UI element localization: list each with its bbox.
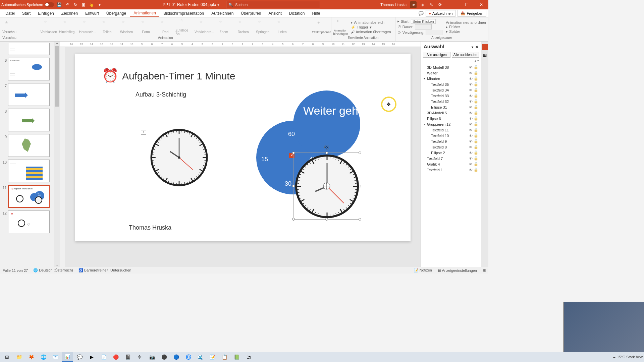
animation-effect[interactable]: ☆Rad — [156, 20, 175, 34]
format-pane-icon[interactable] — [482, 44, 488, 50]
selection-item[interactable]: Textfeld 35👁🔓 — [422, 81, 480, 87]
selection-item[interactable]: 3D-Modell 38👁🔓 — [422, 64, 480, 70]
animation-effect[interactable]: ☆Wischen — [117, 20, 136, 34]
selection-item[interactable]: ▾Gruppieren 12👁🔓 — [422, 121, 480, 127]
animation-pane-button[interactable]: ▸ Animationsbereich — [351, 20, 391, 25]
selection-item[interactable]: Weiter👁🔓 — [422, 70, 480, 76]
accessibility-checker[interactable]: ♿ Barrierefreiheit: Untersuchen — [78, 268, 131, 273]
share-button[interactable]: 📤Freigeben — [458, 10, 486, 17]
selection-item[interactable]: Grafik 4👁🔓 — [422, 161, 480, 167]
minimize-button[interactable]: ─ — [446, 1, 458, 9]
menu-entwurf[interactable]: Entwurf — [82, 10, 102, 17]
hide-all-button[interactable]: Alle ausblenden — [452, 52, 479, 58]
document-title[interactable]: PPT 01 Roter Faden 004.pptx ▾ — [163, 2, 219, 7]
slide-thumb-9[interactable] — [8, 134, 50, 157]
animation-effect[interactable]: ☆Verblassen — [39, 20, 58, 34]
clock-2-selection[interactable]: ⟳ — [293, 153, 360, 220]
pen-icon[interactable]: ✎ — [429, 2, 434, 7]
close-button[interactable]: ✕ — [476, 1, 487, 9]
selection-item[interactable]: Textfeld 10👁🔓 — [422, 133, 480, 138]
move-up-icon[interactable]: ▴ — [475, 59, 476, 62]
start-dropdown[interactable]: Beim Klicken — [411, 19, 436, 24]
touch-icon[interactable]: 👆 — [89, 2, 94, 7]
slide-thumb-11[interactable]: ⏰ Aufgaben-Timer 1 MinuteWeitergeht's — [8, 185, 50, 208]
selection-item[interactable]: 3D-Modell 5👁🔓 — [422, 110, 480, 116]
selection-item[interactable]: Textfeld 9👁🔓 — [422, 138, 480, 144]
notes-button[interactable]: 📝 Notizen — [414, 268, 432, 273]
selection-item[interactable]: Textfeld 8👁🔓 — [422, 144, 480, 150]
menu-bildschirm[interactable]: Bildschirmpräsentation — [160, 10, 207, 17]
save-icon[interactable]: 💾 — [57, 2, 62, 7]
effect-options-button[interactable]: ✦ Effektoptionen — [314, 20, 329, 34]
rotate-handle[interactable]: ⟳ — [324, 145, 329, 149]
autosave-toggle[interactable]: Automatisches Speichern — [1, 2, 54, 7]
animation-effect[interactable]: ☆Drehen — [234, 20, 253, 34]
selection-item[interactable]: Ellipse 6👁🔓 — [422, 116, 480, 121]
user-name[interactable]: Thomas Hruska — [380, 3, 407, 7]
sync-icon[interactable]: ⟳ — [437, 2, 443, 7]
animation-effect[interactable]: ☆Zufällige Ba... — [175, 18, 194, 36]
animation-tag-1[interactable]: 1 — [141, 130, 146, 135]
slide-thumb-10[interactable]: ──────────── — [8, 160, 50, 182]
animation-effect[interactable]: ☆Herausch... — [78, 20, 97, 34]
maximize-button[interactable]: ☐ — [461, 1, 472, 9]
trigger-button[interactable]: ⚡ Trigger ▾ — [351, 25, 391, 29]
menu-ueberpruefen[interactable]: Überprüfen — [237, 10, 264, 17]
animation-effect[interactable]: ☆Form — [137, 20, 155, 34]
present-icon[interactable]: ▣ — [81, 2, 86, 7]
menu-ansicht[interactable]: Ansicht — [265, 10, 285, 17]
normal-view-icon[interactable]: ▦ — [482, 268, 486, 273]
show-all-button[interactable]: Alle anzeigen — [423, 52, 450, 58]
comments-icon[interactable]: 💬 — [419, 11, 424, 16]
selection-item[interactable]: Ellipse 2👁🔓 — [422, 150, 480, 156]
menu-datei[interactable]: Datei — [2, 10, 18, 17]
qat-more-icon[interactable]: ▾ — [97, 2, 102, 7]
slide-thumb-8[interactable] — [8, 109, 50, 131]
duration-input[interactable] — [415, 24, 432, 29]
selection-item[interactable]: Textfeld 34👁🔓 — [422, 87, 480, 93]
animation-painter-button[interactable]: 🖌 Animation übertragen — [351, 30, 391, 34]
slide-thumb-12[interactable]: ⏰ ─────♡ — [8, 210, 50, 233]
animation-effect[interactable]: ☆Teilen — [98, 20, 116, 34]
menu-dictation[interactable]: Dictation — [286, 10, 308, 17]
selection-item[interactable]: Textfeld 1👁🔓 — [422, 167, 480, 173]
slide-canvas[interactable]: ⏰ Aufgaben-Timer 1 Minute Aufbau 3-Schic… — [75, 54, 411, 241]
display-settings-button[interactable]: 🖥 Anzeigeeinstellungen — [437, 268, 477, 273]
clock-1[interactable] — [149, 127, 209, 189]
selection-item[interactable]: Textfeld 33👁🔓 — [422, 93, 480, 99]
move-earlier-button[interactable]: ▴ Früher — [446, 25, 486, 29]
move-down-icon[interactable]: ▾ — [477, 59, 479, 62]
delay-input[interactable] — [426, 30, 442, 35]
animation-effect[interactable]: ☆Verkleinern... — [195, 20, 214, 34]
crown-icon[interactable]: ◈ — [420, 2, 425, 7]
undo-icon[interactable]: ↶ — [65, 2, 70, 7]
selection-close-icon[interactable]: ✕ — [475, 45, 478, 49]
animation-effect[interactable]: ☆Springen — [253, 20, 272, 34]
selection-collapse-icon[interactable]: ▾ — [472, 45, 473, 49]
language-selector[interactable]: 🌐 Deutsch (Österreich) — [33, 268, 73, 273]
move-later-button[interactable]: ▾ Später — [446, 29, 486, 34]
selection-item[interactable]: ▾Minuten👁🔓 — [422, 76, 480, 81]
add-animation-button[interactable]: ✦ Animation hinzufügen — [333, 19, 348, 36]
slide-thumb-7[interactable] — [8, 83, 50, 106]
preview-button[interactable]: ★ Vorschau — [2, 20, 17, 34]
menu-zeichnen[interactable]: Zeichnen — [58, 10, 81, 17]
slide-thumb-6[interactable]: Animationen────────── — [8, 58, 50, 80]
user-avatar[interactable]: TH — [410, 1, 417, 8]
menu-aufzeichnen[interactable]: Aufzeichnen — [208, 10, 237, 17]
record-button[interactable]: ●Aufzeichnen — [426, 10, 455, 17]
designer-pane-icon[interactable]: ▦ — [483, 53, 487, 58]
menu-hilfe[interactable]: Hilfe — [309, 10, 323, 17]
animation-effect[interactable]: ☆Zoom — [214, 20, 233, 34]
slide-thumb-5[interactable]: ──────────────────── — [8, 43, 50, 55]
search-input[interactable]: 🔍 Suchen — [226, 1, 320, 8]
redo-icon[interactable]: ↻ — [73, 2, 78, 7]
slide-counter[interactable]: Folie 11 von 27 — [3, 268, 28, 273]
menu-uebergaenge[interactable]: Übergänge — [103, 10, 129, 17]
menu-einfuegen[interactable]: Einfügen — [35, 10, 57, 17]
selection-item[interactable]: Textfeld 32👁🔓 — [422, 99, 480, 104]
selection-item[interactable]: Textfeld 11👁🔓 — [422, 127, 480, 133]
menu-animationen[interactable]: Animationen — [130, 10, 159, 17]
selection-item[interactable]: Textfeld 7👁🔓 — [422, 156, 480, 161]
slide-scrollbar[interactable]: ▴ ▾ — [54, 42, 60, 267]
